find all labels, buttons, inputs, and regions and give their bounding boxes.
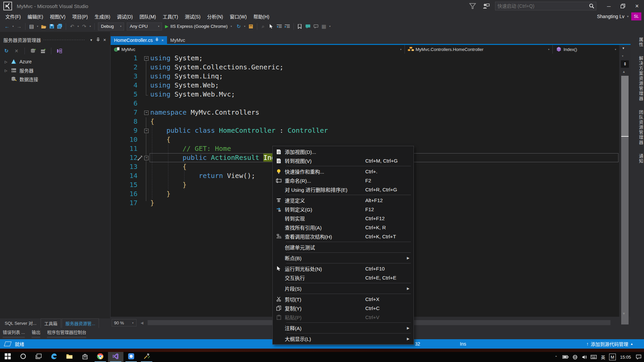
chrome-taskbar-button[interactable]	[93, 352, 108, 362]
context-menu-item[interactable]: 创建单元测试	[273, 243, 414, 252]
menubar-item[interactable]: 生成(B)	[91, 12, 114, 21]
decrease-indent-icon[interactable]	[276, 23, 283, 30]
context-menu-item[interactable]: 断点(B)▶	[273, 253, 414, 262]
context-menu-item[interactable]: 快速操作和重构...Ctrl+.	[273, 167, 414, 176]
refresh-icon[interactable]: ↻	[3, 47, 10, 55]
browse-with-icon[interactable]	[247, 23, 255, 30]
scroll-left-icon[interactable]: ◀	[141, 321, 143, 325]
save-all-icon[interactable]	[56, 23, 63, 30]
zoom-caret-icon[interactable]: ▾	[131, 321, 135, 324]
context-menu-item[interactable]: 查看调用层次结构(H)Ctrl+K, Ctrl+T	[273, 232, 414, 241]
menubar-item[interactable]: 调试(D)	[114, 12, 136, 21]
side-tab[interactable]: 属性	[632, 34, 644, 51]
clock[interactable]: 15:05	[618, 352, 633, 362]
restore-button[interactable]	[616, 1, 630, 11]
start-debugging-button[interactable]: ▶ IIS Express (Google Chrome) ▾	[164, 22, 234, 31]
side-tab[interactable]: 解决方案资源管理器	[632, 53, 644, 105]
menubar-item[interactable]: 项目(P)	[69, 12, 91, 21]
action-center-icon[interactable]	[635, 352, 643, 362]
edge-taskbar-button[interactable]	[46, 352, 62, 362]
add-to-source-control-button[interactable]: ↑ 添加到源代码管理 ▲	[586, 341, 633, 347]
context-menu-item[interactable]: 剪切(T)Ctrl+X	[273, 295, 414, 304]
task-view-taskbar-button[interactable]	[31, 352, 46, 362]
tab-close-icon[interactable]: ×	[161, 38, 163, 42]
new-item-caret-icon[interactable]: ▾	[36, 25, 39, 28]
menubar-item[interactable]: 窗口(W)	[226, 12, 250, 21]
comment-selection-icon[interactable]	[304, 23, 312, 30]
scrollbar-thumb[interactable]	[621, 76, 629, 136]
member-caret-icon[interactable]: ▾	[614, 48, 617, 51]
split-editor-handle[interactable]: ⇕	[621, 60, 629, 68]
undo-caret-icon[interactable]: ▾	[76, 25, 80, 28]
quick-launch-search[interactable]	[495, 2, 596, 10]
project-caret-icon[interactable]: ▾	[399, 48, 402, 51]
fold-toggle[interactable]: −	[144, 129, 149, 133]
vertical-scrollbar[interactable]: ▼ ▾ ⇕ ▲ ▼	[619, 45, 631, 317]
panel-close-icon[interactable]: ×	[101, 37, 108, 43]
fold-toggle[interactable]: −	[144, 56, 149, 61]
navigate-forward-icon[interactable]: →	[15, 23, 23, 30]
file-explorer-taskbar-button[interactable]	[62, 352, 77, 362]
redo-caret-icon[interactable]: ▾	[89, 25, 92, 28]
feedback-filter-icon[interactable]	[468, 2, 477, 10]
document-tab[interactable]: HomeController.cs×	[111, 36, 167, 44]
menubar-item[interactable]: 测试(S)	[181, 12, 204, 21]
expander-icon[interactable]: ▷	[5, 69, 11, 72]
language-indicator[interactable]: 英	[599, 352, 607, 362]
bookmark-icon[interactable]	[296, 23, 304, 30]
context-menu-item[interactable]: 复制(Y)Ctrl+C	[273, 304, 414, 313]
photos-taskbar-button[interactable]	[123, 352, 139, 362]
context-menu-item[interactable]: @添加视图(D)...	[273, 147, 414, 156]
member-dropdown[interactable]: Index() ▾	[553, 45, 619, 54]
scroll-up-icon[interactable]: ▲	[622, 70, 626, 73]
solution-configuration-dropdown[interactable]: Debug▾	[98, 22, 124, 31]
connect-to-server-icon[interactable]: +	[39, 47, 47, 55]
redo-icon[interactable]: ↷	[80, 23, 88, 30]
quick-launch-input[interactable]	[495, 3, 589, 9]
stop-refresh-icon[interactable]: ✕	[13, 47, 20, 55]
document-tab[interactable]: MyMvc	[167, 36, 189, 44]
tree-item-data-connections[interactable]: 数据连接	[0, 75, 110, 83]
fold-toggle[interactable]: −	[144, 156, 149, 160]
refresh-icon[interactable]: ↻	[235, 23, 243, 30]
fold-toggle[interactable]: −	[144, 111, 149, 115]
user-avatar[interactable]: SL	[631, 12, 641, 20]
context-menu-item[interactable]: 查找所有引用(A)Ctrl+K, R	[273, 223, 414, 232]
close-button[interactable]: ×	[630, 1, 644, 11]
toolbar-extra-icon[interactable]: ▦	[320, 23, 328, 30]
toolbar-overflow-icon[interactable]: ▾	[328, 25, 332, 28]
save-icon[interactable]	[48, 23, 55, 30]
network-icon[interactable]	[571, 352, 579, 362]
battery-icon[interactable]	[561, 352, 570, 362]
context-menu-item[interactable]: @转到视图(V)Ctrl+M, Ctrl+G	[273, 156, 414, 165]
undo-icon[interactable]: ↶	[68, 23, 76, 30]
scroll-down-icon[interactable]: ▼	[622, 312, 626, 315]
side-tab[interactable]: 团队资源管理器	[632, 107, 644, 148]
touch-keyboard-icon[interactable]	[590, 352, 598, 362]
panel-pin-icon[interactable]	[95, 38, 101, 43]
scrollbar-thumb-lower[interactable]	[621, 137, 629, 324]
store-taskbar-button[interactable]	[77, 352, 93, 362]
visual-studio-taskbar-button[interactable]	[108, 352, 123, 362]
user-dropdown-caret-icon[interactable]: ▾	[627, 15, 629, 18]
navigate-backward-icon[interactable]: ←	[3, 23, 11, 30]
project-dropdown[interactable]: MyMvc ▾	[111, 45, 405, 54]
menubar-item[interactable]: 团队(M)	[136, 12, 159, 21]
tool-window-tab[interactable]: 服务器资源管...	[62, 318, 99, 328]
selection-pointer-icon[interactable]	[268, 23, 275, 30]
type-caret-icon[interactable]: ▾	[547, 48, 550, 51]
run-target-caret-icon[interactable]: ▾	[230, 25, 233, 28]
context-menu-item[interactable]: 片段(S)▶	[273, 284, 414, 293]
context-menu-item[interactable]: 大纲显示(L)▶	[273, 334, 414, 343]
search-taskbar-button[interactable]	[15, 352, 31, 362]
ime-mode-indicator[interactable]: M	[609, 354, 616, 360]
scroll-caret-icon[interactable]: ▾	[622, 54, 624, 58]
tree-item-azure[interactable]: ▷Azure	[0, 57, 110, 66]
context-menu-item[interactable]: 运行到光标处(N)Ctrl+F10	[273, 264, 414, 273]
volume-icon[interactable]	[580, 352, 588, 362]
context-menu-item[interactable]: 转到定义(G)F12	[273, 205, 414, 214]
menubar-item[interactable]: 视图(V)	[47, 12, 69, 21]
bottom-panel-tab[interactable]: 错误列表 ...	[3, 329, 25, 338]
panel-position-caret-icon[interactable]: ▾	[88, 38, 95, 42]
uncomment-selection-icon[interactable]	[312, 23, 320, 30]
